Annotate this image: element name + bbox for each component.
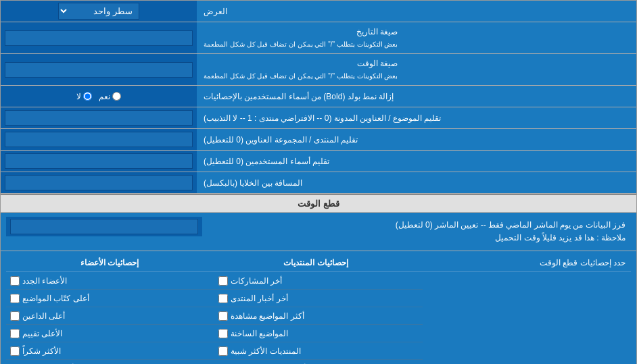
label-space: المسافة بين الخلايا (بالبكسل) [197, 172, 636, 193]
row-trim: تقليم الموضوع / العناوين المدونة (0 -- ا… [1, 107, 636, 129]
label-ardh: العرض [197, 1, 636, 22]
checkbox-col2-0[interactable] [10, 276, 20, 286]
checkbox-col1-3[interactable] [218, 329, 228, 338]
list-item: أعلى كتّاب المواضيع [6, 290, 214, 307]
label-time-format: صيغة الوقتبعض التكوينات يتطلب "/" التي ي… [197, 54, 636, 85]
checkbox-col2: الأعضاء الجدد أعلى كتّاب المواضيع أعلى ا… [6, 272, 214, 364]
input-forum-trim[interactable]: 33 [5, 132, 193, 147]
input-cell-time-format: H:i [1, 54, 197, 85]
radio-no-label[interactable]: لا [76, 92, 92, 101]
input-time-format[interactable]: H:i [5, 62, 193, 78]
input-space[interactable]: 2 [5, 175, 193, 190]
bottom-section: فرز البيانات من يوم الماشر الماضي فقط --… [1, 213, 636, 251]
bottom-input-cell-filter: 0 [6, 217, 202, 236]
input-cell-users-trim: 0 [1, 151, 197, 172]
row-date-format: صيغة التاريخبعض التكوينات يتطلب "/" التي… [1, 22, 636, 54]
checkbox-header-row: حدد إحصائيات قطع الوقت إحصائيات المنتديا… [6, 254, 631, 272]
list-item: المواضيع الساخنة [214, 325, 423, 342]
main-container: العرض سطر واحد سطرين ثلاثة أسطر صيغة الت… [0, 0, 637, 364]
input-cell-forum-trim: 33 [1, 129, 197, 150]
empty-left [423, 272, 631, 364]
row-bold: إزالة نمط بولد (Bold) من أسماء المستخدمي… [1, 86, 636, 107]
input-filter[interactable]: 0 [10, 219, 198, 234]
checkbox-col1-4[interactable] [218, 346, 228, 356]
section-header-time: قطع الوقت [1, 194, 636, 213]
list-item: أكثر المواضيع مشاهدة [214, 307, 423, 325]
input-cell-ardh: سطر واحد سطرين ثلاثة أسطر [1, 1, 197, 22]
list-item: أخر أخبار المنتدى [214, 290, 423, 307]
checkbox-col1-0[interactable] [218, 276, 228, 286]
radio-yes-label[interactable]: نعم [99, 92, 121, 101]
row-users-trim: تقليم أسماء المستخدمين (0 للتعطيل) 0 [1, 151, 636, 172]
list-item: أعلى الداعين [6, 307, 214, 325]
label-trim: تقليم الموضوع / العناوين المدونة (0 -- ا… [197, 107, 636, 128]
list-item: الأعضاء الجدد [6, 272, 214, 290]
list-item: الأعلى تقييم [6, 325, 214, 342]
input-date-format[interactable]: d-m [5, 30, 193, 46]
list-item: أعلى المخالفين [6, 360, 214, 364]
row-forum-trim: تقليم المنتدى / المجموعة العناوين (0 للت… [1, 129, 636, 151]
label-forum-trim: تقليم المنتدى / المجموعة العناوين (0 للت… [197, 129, 636, 150]
input-cell-trim: 33 [1, 107, 197, 128]
checkbox-section: حدد إحصائيات قطع الوقت إحصائيات المنتديا… [1, 251, 636, 364]
checkbox-col2-3[interactable] [10, 329, 20, 338]
radio-no[interactable] [83, 92, 92, 101]
label-date-format: صيغة التاريخبعض التكوينات يتطلب "/" التي… [197, 22, 636, 53]
checkbox-col2-header: إحصائيات الأعضاء [6, 257, 212, 269]
input-users-trim[interactable]: 0 [5, 153, 193, 169]
checkbox-col2-4[interactable] [10, 346, 20, 356]
input-cell-date-format: d-m [1, 22, 197, 53]
list-item: أحدث الإعلانات المدونة [214, 360, 423, 364]
label-users-trim: تقليم أسماء المستخدمين (0 للتعطيل) [197, 151, 636, 172]
row-time-format: صيغة الوقتبعض التكوينات يتطلب "/" التي ي… [1, 54, 636, 86]
select-ardh[interactable]: سطر واحد سطرين ثلاثة أسطر [58, 3, 139, 20]
row-space: المسافة بين الخلايا (بالبكسل) 2 [1, 172, 636, 194]
checkbox-col2-1[interactable] [10, 294, 20, 303]
row-ardh: العرض سطر واحد سطرين ثلاثة أسطر [1, 1, 636, 22]
radio-yes[interactable] [112, 92, 121, 101]
input-cell-space: 2 [1, 172, 197, 193]
checkbox-col1-header: إحصائيات المنتديات [212, 257, 419, 269]
checkbox-col1: أخر المشاركات أخر أخبار المنتدى أكثر الم… [214, 272, 423, 364]
checkbox-rows: أخر المشاركات أخر أخبار المنتدى أكثر الم… [6, 272, 631, 364]
list-item: المنتديات الأكثر شبية [214, 342, 423, 360]
checkbox-col1-1[interactable] [218, 294, 228, 303]
checkbox-col1-2[interactable] [218, 311, 228, 321]
bottom-label-filter: فرز البيانات من يوم الماشر الماضي فقط --… [202, 217, 631, 246]
label-bold: إزالة نمط بولد (Bold) من أسماء المستخدمي… [197, 86, 636, 107]
list-item: الأكثر شكراً [6, 342, 214, 360]
input-cell-bold: نعم لا [1, 86, 197, 107]
bottom-row-filter: فرز البيانات من يوم الماشر الماضي فقط --… [6, 217, 631, 246]
input-trim[interactable]: 33 [5, 110, 193, 126]
checkbox-col2-2[interactable] [10, 311, 20, 321]
checkbox-section-label: حدد إحصائيات قطع الوقت [419, 257, 631, 269]
list-item: أخر المشاركات [214, 272, 423, 290]
